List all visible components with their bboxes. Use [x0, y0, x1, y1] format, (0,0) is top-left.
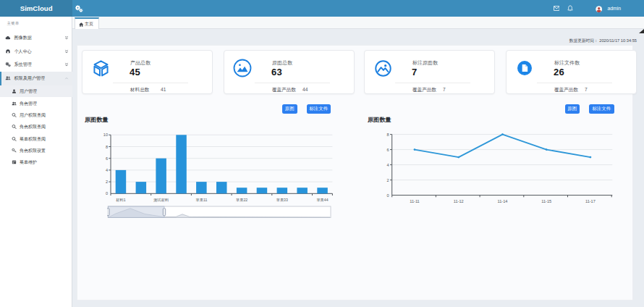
svg-text:材料1: 材料1: [115, 198, 125, 203]
svg-text:11-17: 11-17: [585, 199, 596, 203]
svg-text:2: 2: [387, 178, 389, 182]
svg-text:苹果22: 苹果22: [236, 198, 247, 202]
svg-text:8: 8: [106, 145, 108, 149]
svg-text:0: 0: [106, 191, 108, 195]
svg-text:苹果11: 苹果11: [196, 198, 208, 202]
svg-text:11-14: 11-14: [498, 199, 508, 203]
svg-text:苹果33: 苹果33: [276, 198, 288, 202]
svg-text:4: 4: [106, 168, 108, 172]
svg-text:8: 8: [387, 133, 389, 137]
svg-text:4: 4: [387, 163, 389, 167]
svg-text:11-15: 11-15: [541, 199, 551, 203]
svg-text:6: 6: [106, 156, 108, 161]
svg-text:6: 6: [387, 148, 389, 152]
svg-text:苹果44: 苹果44: [316, 198, 328, 202]
svg-text:11-11: 11-11: [410, 199, 419, 203]
svg-text:0: 0: [387, 193, 389, 198]
svg-text:10: 10: [103, 133, 108, 137]
svg-text:11-12: 11-12: [454, 199, 464, 203]
svg-text:2: 2: [106, 180, 108, 184]
svg-text:测试材料: 测试材料: [153, 198, 169, 203]
